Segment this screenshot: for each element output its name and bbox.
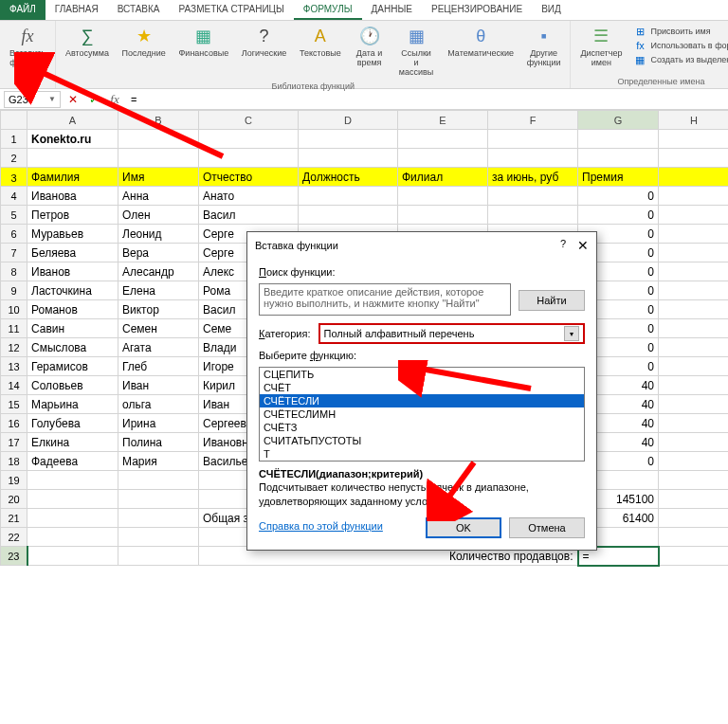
row-header[interactable]: 12 bbox=[1, 338, 27, 357]
cell[interactable]: Голубева bbox=[27, 414, 118, 433]
tab-review[interactable]: РЕЦЕНЗИРОВАНИЕ bbox=[422, 0, 532, 20]
cell[interactable]: Виктор bbox=[118, 300, 199, 319]
cell[interactable]: ольга bbox=[118, 395, 199, 414]
tab-formulas[interactable]: ФОРМУЛЫ bbox=[294, 0, 362, 20]
help-link[interactable]: Справка по этой функции bbox=[259, 520, 383, 532]
cell[interactable]: 0 bbox=[578, 206, 659, 225]
cell[interactable] bbox=[659, 357, 729, 376]
cell[interactable] bbox=[118, 471, 199, 490]
cell[interactable]: Премия bbox=[578, 168, 659, 187]
row-header[interactable]: 1 bbox=[1, 130, 27, 149]
cell[interactable] bbox=[659, 452, 729, 471]
row-header[interactable]: 21 bbox=[1, 509, 27, 528]
cell[interactable] bbox=[27, 149, 118, 168]
cell[interactable] bbox=[659, 168, 729, 187]
row-header[interactable]: 5 bbox=[1, 206, 27, 225]
column-header[interactable]: F bbox=[488, 111, 578, 130]
row-header[interactable]: 10 bbox=[1, 300, 27, 319]
cancel-formula-button[interactable]: ✕ bbox=[64, 91, 82, 108]
cell[interactable]: Имя bbox=[118, 168, 199, 187]
tab-file[interactable]: ФАЙЛ bbox=[0, 0, 46, 20]
close-icon[interactable]: ✕ bbox=[577, 238, 589, 253]
column-header[interactable]: H bbox=[659, 111, 729, 130]
cell[interactable] bbox=[398, 206, 488, 225]
cell[interactable] bbox=[659, 187, 729, 206]
tab-home[interactable]: ГЛАВНАЯ bbox=[46, 0, 108, 20]
column-header[interactable]: G bbox=[578, 111, 659, 130]
cell[interactable]: Отчество bbox=[199, 168, 299, 187]
cell[interactable] bbox=[659, 528, 729, 547]
cell[interactable] bbox=[659, 262, 729, 281]
cancel-button[interactable]: Отмена bbox=[509, 517, 585, 538]
row-header[interactable]: 9 bbox=[1, 281, 27, 300]
function-list-item[interactable]: Т bbox=[260, 447, 584, 461]
row-header[interactable]: 6 bbox=[1, 225, 27, 244]
search-function-input[interactable] bbox=[259, 283, 511, 316]
cell[interactable]: за июнь, руб bbox=[488, 168, 578, 187]
cell[interactable] bbox=[659, 471, 729, 490]
cell[interactable]: Должность bbox=[299, 168, 398, 187]
cell[interactable] bbox=[27, 528, 118, 547]
cell[interactable] bbox=[578, 130, 659, 149]
column-header[interactable]: B bbox=[118, 111, 199, 130]
cell[interactable] bbox=[27, 471, 118, 490]
cell[interactable] bbox=[488, 187, 578, 206]
financial-button[interactable]: ▦Финансовые bbox=[173, 23, 234, 61]
cell[interactable]: Иван bbox=[118, 376, 199, 395]
other-fn-button[interactable]: ▪Другие функции bbox=[521, 23, 567, 70]
row-header[interactable]: 19 bbox=[1, 471, 27, 490]
accept-formula-button[interactable]: ✓ bbox=[85, 91, 102, 108]
cell[interactable] bbox=[659, 300, 729, 319]
row-header[interactable]: 11 bbox=[1, 319, 27, 338]
cell[interactable] bbox=[659, 149, 729, 168]
cell[interactable]: Иванов bbox=[27, 262, 118, 281]
cell[interactable] bbox=[659, 376, 729, 395]
row-header[interactable]: 2 bbox=[1, 149, 27, 168]
cell[interactable]: Фамилия bbox=[27, 168, 118, 187]
function-list-item[interactable]: СЦЕПИТЬ bbox=[260, 368, 584, 381]
cell[interactable]: Иванова bbox=[27, 187, 118, 206]
select-all-corner[interactable] bbox=[1, 111, 27, 130]
cell[interactable]: Konekto.ru bbox=[27, 130, 118, 149]
row-header[interactable]: 20 bbox=[1, 490, 27, 509]
assign-name-button[interactable]: ⊞Присвоить имя bbox=[633, 25, 728, 38]
cell[interactable] bbox=[659, 547, 729, 566]
cell[interactable]: Анато bbox=[199, 187, 299, 206]
row-header[interactable]: 22 bbox=[1, 528, 27, 547]
find-button[interactable]: Найти bbox=[519, 290, 585, 311]
row-header[interactable]: 23 bbox=[1, 547, 27, 566]
cell[interactable] bbox=[659, 225, 729, 244]
cell[interactable]: Марьина bbox=[27, 395, 118, 414]
cell[interactable] bbox=[118, 130, 199, 149]
cell[interactable] bbox=[659, 206, 729, 225]
cell[interactable] bbox=[659, 433, 729, 452]
row-header[interactable]: 18 bbox=[1, 452, 27, 471]
function-list-item[interactable]: СЧЁТЕСЛИ bbox=[260, 394, 584, 407]
cell[interactable] bbox=[118, 547, 199, 566]
cell[interactable] bbox=[659, 244, 729, 262]
cell[interactable] bbox=[659, 130, 729, 149]
cell[interactable]: Романов bbox=[27, 300, 118, 319]
tab-insert[interactable]: ВСТАВКА bbox=[108, 0, 170, 20]
function-list-item[interactable]: СЧЁТЕСЛИМН bbox=[260, 407, 584, 421]
lookup-button[interactable]: ▦Ссылки и массивы bbox=[392, 23, 441, 80]
cell[interactable]: Полина bbox=[118, 433, 199, 452]
cell[interactable]: Смыслова bbox=[27, 338, 118, 357]
cell[interactable] bbox=[659, 490, 729, 509]
cell[interactable]: Петров bbox=[27, 206, 118, 225]
cell[interactable]: Вера bbox=[118, 244, 199, 262]
cell[interactable] bbox=[199, 130, 299, 149]
row-header[interactable]: 13 bbox=[1, 357, 27, 376]
cell[interactable] bbox=[488, 149, 578, 168]
cell[interactable] bbox=[578, 149, 659, 168]
cell[interactable]: Алесандр bbox=[118, 262, 199, 281]
cell[interactable] bbox=[488, 130, 578, 149]
row-header[interactable]: 16 bbox=[1, 414, 27, 433]
cell[interactable]: Фадеева bbox=[27, 452, 118, 471]
function-list-item[interactable]: СЧЁТЗ bbox=[260, 421, 584, 434]
row-header[interactable]: 15 bbox=[1, 395, 27, 414]
recent-button[interactable]: ★Последние bbox=[117, 23, 172, 61]
logical-button[interactable]: ?Логические bbox=[236, 23, 292, 61]
autosum-button[interactable]: ∑Автосумма bbox=[60, 23, 115, 61]
cell[interactable] bbox=[27, 509, 118, 528]
